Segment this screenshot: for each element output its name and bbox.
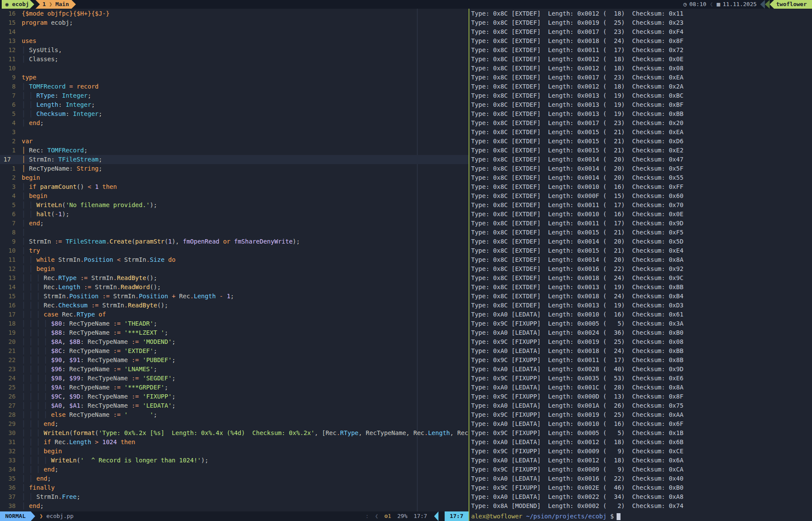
session-badge[interactable]: ◉ ecobj <box>2 0 34 9</box>
code-text: │ │ │ │ $98, $99: RecTypeName := 'SEGDEF… <box>16 374 175 383</box>
line-number: 36 <box>0 483 16 492</box>
line-number: 18 <box>0 319 16 328</box>
code-line[interactable]: 30│ │ │ WriteLn(format('Type: 0x%.2x [%s… <box>0 429 469 438</box>
code-line[interactable]: 11│ Classes; <box>0 55 469 64</box>
code-line[interactable]: 5│ │ WriteLn('No filename provided.'); <box>0 201 469 210</box>
code-text: │ │ │ │ $9A: RecTypeName := '***GRPDEF'; <box>16 383 168 392</box>
code-line[interactable]: 7│ end; <box>0 219 469 228</box>
vim-statusline: NORMAL ❯ ecobj.pp : ❮ ⚙1 29% 17:7 17:7 <box>0 511 469 521</box>
code-line[interactable]: 29│ │ │ end; <box>0 419 469 429</box>
code-line[interactable]: 26│ │ │ │ $9C, $9D: RecTypeName := 'FIXU… <box>0 392 469 401</box>
terminal-row: Type: 0x8C [EXTDEF] Length: 0x000F ( 15)… <box>471 191 812 201</box>
terminal-row: Type: 0x8C [EXTDEF] Length: 0x0013 ( 19)… <box>471 100 812 109</box>
code-line[interactable]: 7│ │ RType: Integer; <box>0 91 469 100</box>
code-line[interactable]: 12│ SysUtils, <box>0 46 469 55</box>
code-line[interactable]: 6│ │ halt(-1); <box>0 210 469 219</box>
code-line[interactable]: 17│ │ │ case Rec.RType of <box>0 310 469 319</box>
code-line[interactable]: 4│ end; <box>0 119 469 128</box>
code-text: │ │ │ │ else RecTypeName := ' '; <box>16 410 157 419</box>
code-line[interactable]: 1│ RecTypeName: String; <box>0 164 469 173</box>
date-label: 11.11.2025 <box>723 0 756 9</box>
line-number: 14 <box>0 27 16 36</box>
terminal-pane[interactable]: Type: 0x8C [EXTDEF] Length: 0x0012 ( 18)… <box>469 9 812 521</box>
code-line[interactable]: 12│ │ begin <box>0 264 469 274</box>
code-text: │ finally <box>16 483 55 492</box>
code-line[interactable]: 18│ │ │ │ $80: RecTypeName := 'THEADR'; <box>0 319 469 328</box>
code-line[interactable]: 13uses <box>0 36 469 46</box>
terminal-row: Type: 0x8C [EXTDEF] Length: 0x0011 ( 17)… <box>471 46 812 55</box>
code-line[interactable]: 1│ Rec: TOMFRecord; <box>0 146 469 155</box>
code-line[interactable]: 31│ │ │ if Rec.Length > 1024 then <box>0 438 469 447</box>
code-line[interactable]: 33│ │ │ │ WriteLn(' ^ Record is longer t… <box>0 456 469 465</box>
code-line[interactable]: 27│ │ │ │ $A0, $A1: RecTypeName := 'LEDA… <box>0 401 469 410</box>
code-line[interactable]: 9type <box>0 73 469 82</box>
line-number: 15 <box>0 292 16 301</box>
code-text: begin <box>16 173 40 182</box>
code-line[interactable]: 2var <box>0 137 469 146</box>
code-text: │ │ Checksum: Integer; <box>16 109 102 119</box>
editor-pane[interactable]: 16{$mode objfpc}{$H+}{$J-}15program ecob… <box>0 9 469 521</box>
code-line[interactable]: 21│ │ │ │ $8C: RecTypeName := 'EXTDEF'; <box>0 346 469 356</box>
status-right: ◷ 08:10 ❮ ▦ 11.11.2025 twoflower <box>680 0 812 9</box>
code-line[interactable]: 4│ begin <box>0 191 469 201</box>
code-line[interactable]: 14 <box>0 27 469 36</box>
line-number: 11 <box>0 255 16 264</box>
code-line[interactable]: 36│ finally <box>0 483 469 492</box>
code-line[interactable]: 11│ │ while StrmIn.Position < StrmIn.Siz… <box>0 255 469 264</box>
line-number: 1 <box>0 164 16 173</box>
code-line[interactable]: 3│ if paramCount() < 1 then <box>0 182 469 191</box>
code-line[interactable]: 25│ │ │ │ $9A: RecTypeName := '***GRPDEF… <box>0 383 469 392</box>
clock-group: ◷ 08:10 <box>680 0 710 9</box>
line-number: 13 <box>0 274 16 283</box>
line-number: 9 <box>0 237 16 246</box>
terminal-row: Type: 0x8C [EXTDEF] Length: 0x0015 ( 21)… <box>471 137 812 146</box>
code-line[interactable]: 5│ │ Checksum: Integer; <box>0 109 469 119</box>
terminal-row: Type: 0xA0 [LEDATA] Length: 0x001A ( 26)… <box>471 401 812 410</box>
code-line[interactable]: 38│ end; <box>0 501 469 511</box>
code-line[interactable]: 6│ │ Length: Integer; <box>0 100 469 109</box>
code-line[interactable]: 14│ │ │ Rec.Length := StrmIn.ReadWord(); <box>0 283 469 292</box>
terminal-row: Type: 0xA0 [LEDATA] Length: 0x0016 ( 22)… <box>471 474 812 483</box>
terminal-row: Type: 0x9C [FIXUPP] Length: 0x0019 ( 25)… <box>471 337 812 346</box>
code-line[interactable]: 37│ │ StrmIn.Free; <box>0 492 469 501</box>
line-number: 28 <box>0 410 16 419</box>
code-line[interactable]: 35│ │ end; <box>0 474 469 483</box>
code-line[interactable]: 17│ StrmIn: TFileStream; <box>0 155 469 164</box>
shell-prompt[interactable]: alex@twoflower ~/psion/projects/ecobj $ <box>471 511 621 521</box>
code-line[interactable]: 13│ │ │ Rec.RType := StrmIn.ReadByte(); <box>0 274 469 283</box>
code-line[interactable]: 8│ TOMFRecord = record <box>0 82 469 91</box>
code-line[interactable]: 20│ │ │ │ $8A, $8B: RecTypeName := 'MODE… <box>0 337 469 346</box>
terminal-cursor <box>617 513 621 520</box>
code-line[interactable]: 2begin <box>0 173 469 182</box>
code-line[interactable]: 34│ │ │ end; <box>0 465 469 474</box>
code-line[interactable]: 16{$mode objfpc}{$H+}{$J-} <box>0 9 469 18</box>
code-line[interactable]: 15program ecobj; <box>0 18 469 27</box>
code-line[interactable]: 23│ │ │ │ $96: RecTypeName := 'LNAMES'; <box>0 365 469 374</box>
code-line[interactable]: 3 <box>0 128 469 137</box>
line-number: 25 <box>0 383 16 392</box>
code-line[interactable]: 9│ StrmIn := TFileStream.Create(paramStr… <box>0 237 469 246</box>
code-line[interactable]: 22│ │ │ │ $90, $91: RecTypeName := 'PUBD… <box>0 356 469 365</box>
terminal-row: Type: 0x9C [FIXUPP] Length: 0x0009 ( 9) … <box>471 447 812 456</box>
code-line[interactable]: 19│ │ │ │ $88: RecTypeName := '***LZEXT … <box>0 328 469 337</box>
terminal-row: Type: 0x8C [EXTDEF] Length: 0x0015 ( 21)… <box>471 246 812 255</box>
code-line[interactable]: 24│ │ │ │ $98, $99: RecTypeName := 'SEGD… <box>0 374 469 383</box>
terminal-row: Type: 0x9C [FIXUPP] Length: 0x002E ( 46)… <box>471 483 812 492</box>
code-line[interactable]: 32│ │ │ begin <box>0 447 469 456</box>
code-text: program ecobj; <box>16 18 73 27</box>
line-number: 3 <box>0 182 16 191</box>
window-badge[interactable]: 1 ❯ Main <box>36 0 76 9</box>
code-line[interactable]: 28│ │ │ │ else RecTypeName := ' '; <box>0 410 469 419</box>
code-line[interactable]: 10 <box>0 64 469 73</box>
terminal-row: Type: 0x8C [EXTDEF] Length: 0x0013 ( 19)… <box>471 109 812 119</box>
status-separator: ❮ <box>710 0 713 9</box>
code-line[interactable]: 15│ │ │ StrmIn.Position := StrmIn.Positi… <box>0 292 469 301</box>
code-text: │ │ │ │ $80: RecTypeName := 'THEADR'; <box>16 319 157 328</box>
code-text <box>16 27 22 36</box>
host-name: twoflower <box>776 0 807 9</box>
code-line[interactable]: 8│ <box>0 228 469 237</box>
line-number: 12 <box>0 46 16 55</box>
line-number: 29 <box>0 419 16 429</box>
code-line[interactable]: 16│ │ │ Rec.Checksum := StrmIn.ReadByte(… <box>0 301 469 310</box>
code-line[interactable]: 10│ try <box>0 246 469 255</box>
